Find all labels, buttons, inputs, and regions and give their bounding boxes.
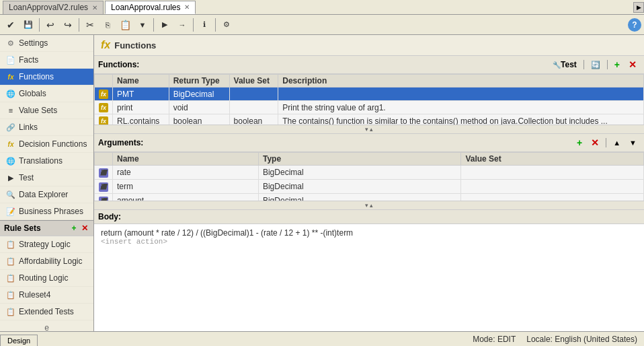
sidebar-item-globals[interactable]: 🌐 Globals	[0, 85, 93, 102]
body-section: Body: return (amount * rate / 12) / ((Bi…	[94, 209, 644, 331]
delete-function-btn[interactable]: ✕	[625, 58, 640, 71]
sidebar-item-settings-label: Settings	[19, 38, 48, 48]
page-title-bar: fx Functions	[94, 35, 644, 56]
sidebar-item-business-phrases[interactable]: 📝 Business Phrases	[0, 203, 93, 220]
table-row[interactable]: ⬛ term BigDecimal	[95, 180, 644, 194]
data-explorer-icon: 🔍	[5, 189, 16, 200]
arguments-actions: + ✕ ▲ ▼	[573, 136, 640, 149]
save-btn[interactable]: 💾	[20, 17, 36, 33]
copy-btn[interactable]: ⎘	[99, 17, 116, 33]
rule-sets-label: Rule Sets	[4, 223, 41, 233]
tab-loanapproval[interactable]: LoanApproval.rules ✕	[105, 1, 196, 14]
help-btn[interactable]: ?	[628, 18, 641, 32]
sidebar-item-value-sets[interactable]: ≡ Value Sets	[0, 102, 93, 119]
sidebar-item-settings[interactable]: ⚙ Settings	[0, 35, 93, 52]
sidebar-item-extended-tests[interactable]: 📋 Extended Tests	[0, 304, 93, 320]
undo-btn[interactable]: ↩	[42, 17, 58, 33]
move-down-btn[interactable]: ▼	[626, 137, 640, 148]
row-pmt-icon: fx	[95, 88, 113, 101]
row-print-return: void	[169, 101, 229, 114]
body-content[interactable]: return (amount * rate / 12) / ((BigDecim…	[94, 224, 644, 331]
design-tab[interactable]: Design	[0, 335, 38, 346]
page-title: Functions	[114, 40, 156, 50]
table-row[interactable]: fx print void Print the string value of …	[95, 101, 644, 114]
arg-rate-icon: ⬛	[95, 166, 113, 180]
paste-btn[interactable]: 📋	[117, 17, 133, 33]
sidebar-item-strategy-logic[interactable]: 📋 Strategy Logic	[0, 236, 93, 253]
config-btn[interactable]: ⚙	[218, 17, 235, 33]
functions-col-description: Description	[278, 75, 644, 88]
tab-scroll-right[interactable]: ▶	[633, 2, 644, 13]
tab-loanapproval-close[interactable]: ✕	[184, 3, 190, 11]
arguments-scroll-indicator: ▾ ▴	[94, 201, 644, 209]
arrow-btn[interactable]: →	[174, 17, 190, 33]
tab-loanapproval-v2[interactable]: LoanApprovalV2.rules ✕	[3, 1, 104, 14]
body-code-line: return (amount * rate / 12) / ((BigDecim…	[101, 228, 637, 238]
table-row[interactable]: fx RL.contains boolean boolean The conta…	[95, 114, 644, 125]
body-label: Body:	[98, 212, 121, 221]
sidebar-item-functions[interactable]: fx Functions	[0, 69, 93, 85]
row-pmt-name: PMT	[113, 88, 169, 101]
delete-argument-btn[interactable]: ✕	[588, 136, 602, 149]
body-placeholder: <insert action>	[101, 238, 637, 246]
sidebar-item-translations[interactable]: 🌐 Translations	[0, 153, 93, 170]
row-print-desc: Print the string value of arg1.	[278, 101, 644, 114]
rule-sets-header: Rule Sets + ✕	[0, 220, 93, 236]
table-row[interactable]: fx PMT BigDecimal	[95, 88, 644, 101]
row-rl-valueset: boolean	[229, 114, 278, 125]
arguments-section-header: Arguments: + ✕ ▲ ▼	[94, 134, 644, 152]
sidebar-item-routing-logic[interactable]: 📋 Routing Logic	[0, 270, 93, 287]
page-title-fx-icon: fx	[101, 39, 110, 51]
cut-btn[interactable]: ✂	[82, 17, 98, 33]
func-sep-2	[607, 60, 608, 69]
row-print-name: print	[113, 101, 169, 114]
functions-actions: 🔧 Test 🔄 + ✕	[549, 58, 640, 71]
table-row[interactable]: ⬛ rate BigDecimal	[95, 166, 644, 180]
arg-rate-name: rate	[113, 166, 259, 180]
row-rl-return: boolean	[169, 114, 229, 125]
functions-col-value-set: Value Set	[229, 75, 278, 88]
sidebar: ⚙ Settings 📄 Facts fx Functions 🌐 Global…	[0, 35, 94, 331]
sidebar-item-facts[interactable]: 📄 Facts	[0, 52, 93, 69]
strategy-logic-icon: 📋	[5, 239, 16, 250]
redo-btn[interactable]: ↪	[60, 17, 76, 33]
sidebar-item-links[interactable]: 🔗 Links	[0, 119, 93, 136]
info-btn[interactable]: ℹ	[196, 17, 212, 33]
arg-term-icon: ⬛	[95, 180, 113, 194]
sidebar-item-data-explorer-label: Data Explorer	[19, 190, 68, 199]
move-up-btn[interactable]: ▲	[610, 137, 624, 148]
tab-loanapproval-v2-close[interactable]: ✕	[92, 4, 97, 11]
add-function-btn[interactable]: +	[611, 58, 623, 71]
row-rl-name: RL.contains	[113, 114, 169, 125]
sidebar-item-ruleset4[interactable]: 📋 Ruleset4	[0, 287, 93, 304]
content-area: fx Functions Functions: 🔧 Test 🔄	[94, 35, 644, 331]
sidebar-item-ruleset4-label: Ruleset4	[19, 290, 50, 300]
functions-icon: fx	[5, 71, 16, 82]
dropdown-btn[interactable]: ▼	[134, 17, 151, 33]
add-argument-btn[interactable]: +	[573, 136, 586, 149]
arg-amount-icon: ⬛	[95, 194, 113, 201]
add-ruleset-btn[interactable]: +	[69, 223, 79, 233]
main-layout: ⚙ Settings 📄 Facts fx Functions 🌐 Global…	[0, 35, 644, 331]
sidebar-item-affordability-logic[interactable]: 📋 Affordability Logic	[0, 253, 93, 270]
remove-ruleset-btn[interactable]: ✕	[80, 223, 89, 233]
run-btn[interactable]: ▶	[157, 17, 173, 33]
args-col-value-set: Value Set	[461, 153, 644, 166]
toolbar: ✔ 💾 ↩ ↪ ✂ ⎘ 📋 ▼ ▶ → ℹ ⚙ ?	[0, 15, 644, 35]
test-btn[interactable]: 🔧 Test	[549, 59, 580, 71]
settings-icon: ⚙	[5, 38, 16, 48]
sidebar-item-data-explorer[interactable]: 🔍 Data Explorer	[0, 186, 93, 203]
toolbar-sep-5	[215, 18, 216, 32]
sidebar-item-decision-functions[interactable]: fx Decision Functions	[0, 136, 93, 153]
toolbar-sep-2	[79, 18, 79, 32]
sidebar-item-test[interactable]: ▶ Test	[0, 170, 93, 186]
refresh-btn[interactable]: 🔄	[588, 59, 604, 71]
check-btn[interactable]: ✔	[3, 17, 19, 33]
row-rl-icon: fx	[95, 114, 113, 125]
business-phrases-icon: 📝	[5, 206, 16, 217]
sidebar-item-strategy-logic-label: Strategy Logic	[19, 240, 71, 249]
table-row[interactable]: ⬛ amount BigDecimal	[95, 194, 644, 201]
status-locale: Locale: English (United States)	[526, 335, 637, 344]
row-pmt-desc	[278, 88, 644, 101]
arg-amount-name: amount	[113, 194, 259, 201]
